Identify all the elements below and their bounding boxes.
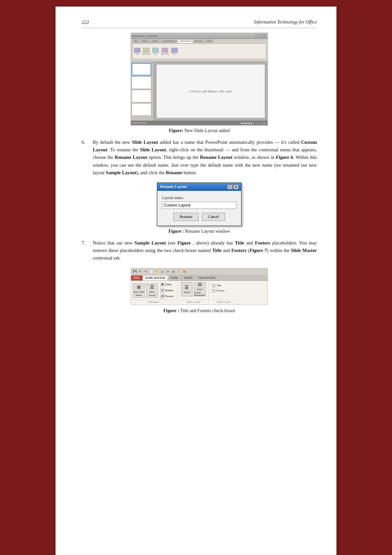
pp-tab-insert[interactable]: INSERT [150,40,160,43]
figure3-caption: Figure : Title and Footers check-boxes [82,308,317,313]
rename-label: Rename [165,289,173,292]
checkboxes-container: Title Footers [212,282,224,293]
master-layout-row: ☰ Master ⊟ Insert Layout Placeholder [181,282,206,296]
preserve-btn[interactable]: 📌 Preserve [159,294,175,299]
item7-bold6: Footers [231,248,247,253]
pp-minimize-btn[interactable]: ─ [255,34,258,38]
item6-bold4: Rename Layout [115,155,147,160]
pp-icon5-label: Close [172,53,176,55]
pp-tab-file[interactable]: FILE [132,40,140,43]
insert-slide-label2: Master [136,294,142,296]
figure3-caption-bold: Figure : [163,308,179,313]
present-icon[interactable]: ▷ [160,269,165,274]
refresh-icon[interactable]: ⟳ [166,269,170,274]
master-label: Master [184,291,190,294]
dots-icon[interactable]: ⋮ [177,269,181,274]
pp-tab-home[interactable]: HOME [140,40,150,43]
master-btn[interactable]: ☰ Master [181,282,193,296]
preserve-icon: 📌 [160,294,165,299]
page-number: 222 [82,20,89,25]
pp-close-btn[interactable]: ✕ [263,34,266,38]
delete-btn[interactable]: ✖ Delete [159,282,175,287]
item6: 6. By default the new Slide Layout added… [82,139,317,177]
pp-title-text: Presentation1 - PowerPoint [132,35,157,37]
checkboxes-group: Title Footers Master Layout [212,282,238,303]
insert-slide-icon: ⊞ [137,284,141,290]
pp-slide-thumb-2[interactable] [132,76,151,89]
figure1-caption: Figure: New Slide Layout added [82,128,317,133]
tab-file[interactable]: FILE [131,276,143,280]
insert-slide-master-row: ⊞ Insert Slide Master ☰ Insert Layout ✖ … [133,282,175,299]
title-checkbox-label: Title [217,284,221,287]
ribbon-toolbar: 💾 ↶ ↷ 📄 📂 ▷ ⟳ ⊞ ⋮ 🎨 FILE SLIDE MASTER HO… [131,268,268,305]
footers-checkbox-label: Footers [217,289,224,292]
item7-bold4: Footers [255,240,270,245]
pp-ribbon-content: Title Background Slide Master View [132,43,266,59]
pp-ribbon-group3: Slide [152,48,159,55]
insert-placeholder-btn[interactable]: ⊟ Insert Layout Placeholder [194,282,206,296]
grid-icon[interactable]: ⊞ [171,269,176,274]
save-icon[interactable]: 💾 [132,269,137,274]
edit-master-label: Edit Master [133,300,175,303]
item7-bold8: Slide Master [291,248,317,253]
delete-icon: ✖ [160,282,165,287]
checkboxes-group-label: Master Layout [212,300,236,303]
figure2-caption-bold: Figure : [169,229,184,234]
item6-bold8: Rename [166,170,183,175]
item7-bold2: Figure [177,240,191,245]
pp-icon4 [162,48,168,53]
rename-layout-btn[interactable]: ✏ Rename [159,288,175,293]
pp-maximize-btn[interactable]: □ [259,34,262,38]
pp-icon2 [143,48,150,53]
insert-layout-icon: ☰ [150,284,154,290]
item6-bold3: Slide Layout [140,147,166,152]
figure2-caption: Figure : Rename Layout window [82,229,317,234]
redo-icon[interactable]: ↷ [143,269,148,274]
dialog-input[interactable] [162,202,237,209]
tab-slide-master[interactable]: SLIDE MASTER [143,276,168,280]
insert-layout-label2: Layout [149,294,155,296]
footers-checkbox[interactable] [212,289,215,293]
pp-titlebar-buttons: ─ □ ✕ [255,34,266,38]
insert-ph-label2: Layout Placeholder [194,291,205,296]
pp-icon1 [134,48,140,53]
undo-icon[interactable]: ↶ [138,269,142,274]
new-icon[interactable]: 📄 [149,269,154,274]
ribbon-topbar: 💾 ↶ ↷ 📄 📂 ▷ ⟳ ⊞ ⋮ 🎨 [131,268,268,276]
pp-icon3 [152,48,159,53]
pp-icon1-label: Title [136,53,139,55]
item6-number: 6. [82,139,89,177]
pp-tab-view[interactable]: VIEW [205,40,214,43]
rename-button[interactable]: Rename [173,213,199,221]
master-layout-group: ☰ Master ⊟ Insert Layout Placeholder Mas… [181,282,209,303]
paint-icon[interactable]: 🎨 [182,269,187,274]
pp-slides-panel [131,62,154,121]
pp-slide-thumb-1[interactable] [132,63,151,76]
pp-tab-review[interactable]: REVIEW [194,40,204,43]
insert-layout-btn[interactable]: ☰ Insert Layout [146,283,158,298]
tab-home[interactable]: HOME [168,276,181,280]
insert-slide-master-btn[interactable]: ⊞ Insert Slide Master [133,283,145,298]
dialog-title: Rename Layout [160,184,187,189]
edit-master-group: ⊞ Insert Slide Master ☰ Insert Layout ✖ … [133,282,178,303]
rename-icon: ✏ [160,288,165,293]
preserve-label: Preserve [165,295,174,298]
pp-tab-animation[interactable]: ANIMATIONS [177,40,193,43]
dialog-close-btn[interactable]: ✕ [233,185,238,189]
pp-slide-thumb-4[interactable] [132,103,151,116]
pp-tab-transitions[interactable]: TRANSITIONS [161,40,177,43]
pp-status-left: Slide Master View [132,122,147,124]
item6-text: By default the new Slide Layout added ha… [93,139,317,177]
title-checkbox[interactable] [212,284,215,287]
insert-ph-icon: ⊟ [198,282,202,287]
open-icon[interactable]: 📂 [155,269,159,274]
tab-transitions[interactable]: TRANSITIONS [196,276,218,280]
cancel-button[interactable]: Cancel [202,213,225,221]
pp-slide-thumb-3[interactable] [132,90,151,102]
item7-bold3: Title [235,240,244,245]
tab-insert[interactable]: INSERT [181,276,196,280]
insert-ph-label: Insert [197,288,203,291]
title-checkbox-row: Title [212,284,224,287]
dialog-question-btn[interactable]: ? [227,185,233,189]
ribbon-body: ⊞ Insert Slide Master ☰ Insert Layout ✖ … [131,281,268,305]
